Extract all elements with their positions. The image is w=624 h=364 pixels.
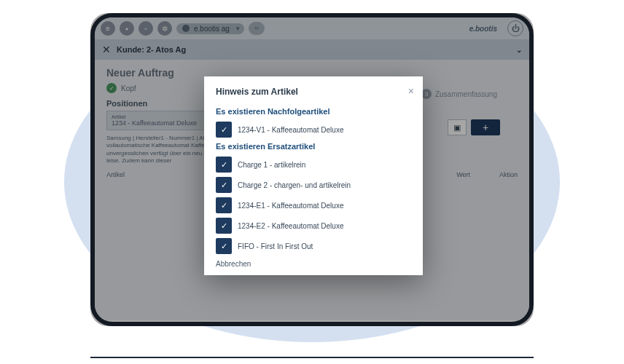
- modal-section1: Es existieren Nachfolgeartikel: [216, 107, 411, 116]
- check-icon[interactable]: ✓: [216, 157, 232, 173]
- check-icon[interactable]: ✓: [216, 238, 232, 254]
- item-label: FIFO - First In First Out: [238, 242, 313, 250]
- item-label: 1234-V1 - Kaffeeautomat Deluxe: [238, 126, 343, 134]
- article-modal: Hinweis zum Artikel × Es existieren Nach…: [204, 76, 423, 275]
- list-item[interactable]: ✓ Charge 1 - artikelrein: [216, 157, 411, 173]
- modal-close-icon[interactable]: ×: [408, 85, 414, 97]
- item-label: Charge 1 - artikelrein: [238, 161, 305, 169]
- modal-section2: Es existieren Ersatzartikel: [216, 142, 411, 151]
- list-item[interactable]: ✓ 1234-V1 - Kaffeeautomat Deluxe: [216, 122, 411, 138]
- item-label: Charge 2 - chargen- und artikelrein: [238, 181, 351, 189]
- cancel-button[interactable]: Abbrechen: [216, 260, 411, 268]
- list-item[interactable]: ✓ Charge 2 - chargen- und artikelrein: [216, 177, 411, 193]
- check-icon[interactable]: ✓: [216, 218, 232, 234]
- item-label: 1234-E1 - Kaffeeautomat Deluxe: [238, 202, 343, 210]
- check-icon[interactable]: ✓: [216, 122, 232, 138]
- check-icon[interactable]: ✓: [216, 197, 232, 213]
- check-icon[interactable]: ✓: [216, 177, 232, 193]
- list-item[interactable]: ✓ 1234-E2 - Kaffeeautomat Deluxe: [216, 218, 411, 234]
- item-label: 1234-E2 - Kaffeeautomat Deluxe: [238, 222, 343, 230]
- modal-title: Hinweis zum Artikel: [216, 87, 411, 97]
- list-item[interactable]: ✓ 1234-E1 - Kaffeeautomat Deluxe: [216, 197, 411, 213]
- list-item[interactable]: ✓ FIFO - First In First Out: [216, 238, 411, 254]
